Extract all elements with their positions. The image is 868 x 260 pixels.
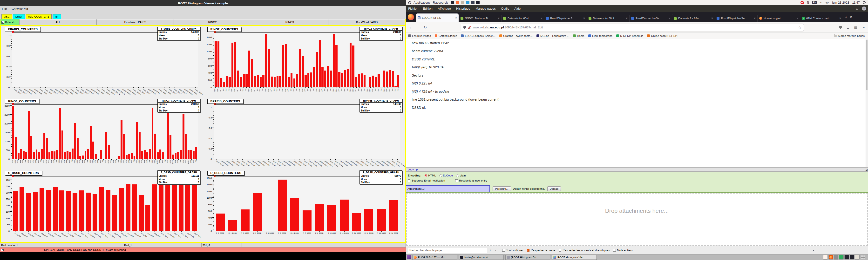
pad-s-dssd-counters[interactable]: 050100150200250300350400RS1_0_DSSDS1_1_D… — [1, 170, 203, 242]
find-option-checkbox[interactable] — [613, 249, 616, 252]
downloads-icon[interactable]: ↓ — [847, 26, 849, 29]
window-stack-icon[interactable] — [834, 255, 838, 260]
taskbar-button-faster-ls-alto-nubal[interactable]: faster@ls-alto-nubal... — [459, 255, 504, 260]
browser-tab-nouvel-onglet[interactable]: Nouvel onglet× — [757, 14, 800, 22]
url-text[interactable]: www.old.slcj.uw.edu.pl:8090/N-SI-137/63?… — [473, 26, 796, 29]
mail-icon[interactable]: ✉ — [819, 1, 822, 4]
other-bookmarks[interactable]: Autres marque-pages — [834, 34, 868, 37]
files-icon[interactable] — [466, 1, 469, 4]
find-option-checkbox[interactable] — [527, 249, 529, 252]
browser-tab-elog-n-si-137[interactable]: ELELOG N-SI-137× — [416, 13, 459, 22]
tab-close-icon[interactable]: × — [455, 16, 457, 20]
stats-box[interactable]: S_DSSD_COUNTERS_GRAPHEntries110111Mean0S… — [157, 171, 200, 184]
bookmark-n-si-134-schedule[interactable]: N-SI-134-schedule — [616, 34, 643, 37]
firefox-menu-fichier[interactable]: Fichier — [408, 7, 417, 10]
green-orb-icon[interactable] — [839, 255, 844, 260]
vertical-scrollbar[interactable] — [866, 39, 868, 167]
bookmark-online-scan-n-si-134[interactable]: Online scan N-SI-134 — [647, 34, 678, 37]
browser-tab-datasets-for-60ni[interactable]: Datasets for 60ni× — [501, 14, 544, 22]
encoding-option-html[interactable]: HTML — [425, 174, 436, 177]
browse-button[interactable]: Parcourir... — [493, 186, 511, 191]
workspace-square[interactable] — [863, 255, 865, 257]
browser-tab-62ni-coulex-parti[interactable]: +62Ni Coulex - parti× — [800, 14, 843, 22]
find-previous-icon[interactable]: ∧ — [490, 249, 492, 252]
pad-fparis-counters[interactable]: 00.20.40.60.81RPARIS_FR1D1PARIS_FR1D2PAR… — [1, 26, 203, 98]
resize-handle-icon[interactable]: ◢ — [866, 168, 868, 171]
keyboard-layout-indicator[interactable]: En — [812, 1, 817, 4]
nav-button-ring3[interactable]: RING3 — [251, 19, 328, 25]
upload-button[interactable]: Upload — [547, 186, 561, 191]
taskbar-button-root-histogram-vie[interactable]: ROOT Histogram Vie... — [552, 255, 597, 260]
root-menu-file[interactable]: File — [2, 7, 7, 10]
back-icon[interactable]: ← — [409, 25, 413, 30]
reload-icon[interactable]: ↻ — [424, 25, 427, 30]
tab-close-icon[interactable]: × — [669, 16, 670, 20]
terminal-icon[interactable] — [850, 255, 854, 260]
checkbox-box[interactable] — [455, 179, 458, 182]
bookmark-star-icon[interactable]: ☆ — [798, 26, 801, 29]
insecure-lock-icon[interactable] — [468, 26, 471, 29]
nav-button-frontward-paris[interactable]: FrontWard PARIS — [96, 19, 174, 25]
root-tab-editor[interactable]: Editor — [13, 14, 25, 19]
url-bar[interactable]: www.old.slcj.uw.edu.pl:8090/N-SI-137/63?… — [461, 24, 804, 31]
taskbar-button-elog-n-si-137-mo[interactable]: ELOG N-SI-137 — Mo... — [412, 255, 457, 260]
system-monitor-icon[interactable] — [451, 1, 454, 4]
checkbox-resubmit-as-new-entry[interactable]: Resubmit as new entry — [455, 179, 487, 182]
breadcrumb-body[interactable]: body — [408, 168, 414, 171]
find-option-respecter-la-casse[interactable]: Respecter la casse — [527, 249, 555, 252]
tab-close-icon[interactable]: × — [626, 16, 628, 20]
bookmark-elog-temporaire[interactable]: Elog_temporaire — [588, 34, 613, 37]
library-icon[interactable]: ▤ — [854, 26, 858, 29]
refresh-checkbox[interactable]: Refresh — [0, 19, 19, 25]
clock-date[interactable]: juin 23 2023 — [832, 1, 849, 4]
muted-speaker-icon[interactable]: ◀× — [825, 1, 830, 4]
browser-tab-ensdfdispatchers[interactable]: EnsdfDispatcherS× — [544, 14, 587, 22]
applications-menu[interactable]: Applications — [413, 1, 430, 4]
stats-box[interactable]: RING2_COUNTERS_GRAPHEntries291606Mean0St… — [360, 27, 402, 41]
tab-list-chevron-icon[interactable]: ∨ — [850, 15, 852, 19]
hamburger-menu-icon[interactable]: ≡ — [863, 26, 865, 29]
minimize-button[interactable]: – — [850, 7, 852, 10]
pad-r-dssd-counters[interactable]: 02004006008001000120014001600RR_0_DSSDR_… — [203, 170, 405, 242]
refresh-checkbox-box[interactable] — [1, 21, 4, 24]
root-tab-rf[interactable]: RF — [53, 14, 61, 19]
browser-tab-nndc-national-n[interactable]: NNDC | National N× — [459, 14, 501, 22]
maximize-button[interactable]: □ — [856, 7, 858, 10]
text-editor-icon[interactable] — [461, 1, 464, 4]
calculator-icon[interactable] — [471, 1, 474, 4]
tab-close-icon[interactable]: × — [540, 16, 542, 20]
tab-close-icon[interactable]: × — [583, 16, 585, 20]
find-close-icon[interactable]: × — [812, 248, 814, 252]
drop-attachments-zone[interactable]: Drop attachments here... — [406, 193, 868, 246]
encoding-option-elcode[interactable]: ELCode — [439, 174, 453, 177]
stats-box[interactable]: RING3_COUNTERS_GRAPHEntries291666Mean0St… — [157, 99, 200, 113]
browser-tab-datasets-for-62ni[interactable]: Datasets for 62ni× — [672, 14, 715, 22]
encoding-option-plain[interactable]: plain — [456, 174, 466, 177]
power-icon[interactable] — [863, 1, 866, 4]
workspace-grid-icon[interactable] — [861, 255, 865, 259]
firefox-menu-affichage[interactable]: Affichage — [438, 7, 451, 10]
do-not-disturb-icon[interactable] — [801, 1, 804, 4]
clock-time[interactable]: 11:47 — [852, 1, 860, 4]
pad-bparis-counters[interactable]: 00.20.40.60.81RPARIS_BR1D1PARIS_BR1D2PAR… — [203, 98, 405, 170]
firefox-menu-outils[interactable]: Outils — [501, 7, 509, 10]
radio-html[interactable] — [425, 174, 427, 177]
pad-ring3-counters[interactable]: 050010001500200025003000RBGO1BGO21_redbl… — [1, 98, 203, 170]
find-option-mots-entiers[interactable]: Mots entiers — [613, 249, 633, 252]
tab-close-icon[interactable]: × — [711, 16, 713, 20]
find-option-respecter-les-accents-et-diacritiques[interactable]: Respecter les accents et diacritiques — [559, 249, 610, 252]
find-option-checkbox[interactable] — [502, 249, 505, 252]
new-tab-button[interactable]: + — [845, 15, 847, 19]
radio-elcode[interactable] — [439, 174, 442, 177]
find-option-checkbox[interactable] — [559, 249, 561, 252]
root-menu-canvas-pad[interactable]: Canvas/Pad — [11, 7, 28, 10]
nav-button-all[interactable]: ALL — [19, 19, 96, 25]
find-option-tout-surligner[interactable]: Tout surligner — [502, 249, 523, 252]
terminal-icon[interactable] — [844, 255, 849, 260]
taskbar-button-root-histogram-bu[interactable]: [ROOT Histogram Bu... — [505, 255, 550, 260]
firefox-menu-historique[interactable]: Historique — [456, 7, 470, 10]
root-tab-osc[interactable]: OSC — [1, 14, 12, 19]
tracking-shield-icon[interactable] — [463, 26, 466, 29]
account-shield-icon[interactable] — [839, 26, 842, 29]
find-input[interactable] — [408, 248, 487, 253]
